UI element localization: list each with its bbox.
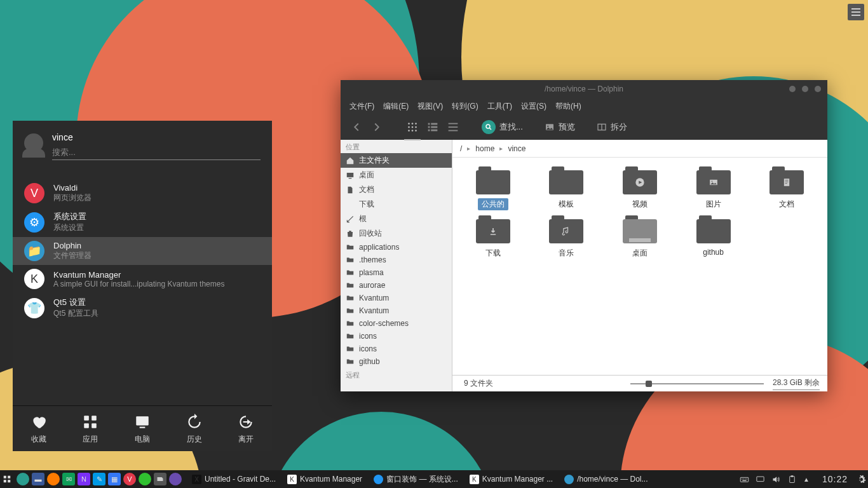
places-item[interactable]: .themes: [341, 254, 452, 266]
menu-bar: 文件(F)编辑(E)视图(V)转到(G)工具(T)设置(S)帮助(H): [341, 98, 827, 114]
places-item[interactable]: 文档: [341, 182, 452, 197]
tab-leave[interactable]: 离开: [223, 414, 269, 445]
compact-view-button[interactable]: [426, 120, 440, 134]
user-avatar-icon[interactable]: [24, 133, 43, 152]
places-item[interactable]: 回收站: [341, 226, 452, 241]
app-item[interactable]: 👕 Qt5 设置Qt5 配置工具: [13, 293, 272, 323]
folder-icon: [549, 166, 583, 194]
app-item[interactable]: 📁 Dolphin文件管理器: [13, 237, 272, 265]
task-item[interactable]: KKvantum Manager ...: [465, 473, 558, 485]
task-item[interactable]: /home/vince — Dol...: [559, 473, 653, 485]
menu-item[interactable]: 文件(F): [349, 101, 374, 112]
svg-rect-20: [431, 130, 437, 132]
zoom-slider[interactable]: [502, 383, 764, 384]
clock[interactable]: 10:22: [816, 474, 854, 484]
breadcrumb-item[interactable]: home: [475, 144, 494, 153]
menu-item[interactable]: 帮助(H): [555, 101, 581, 112]
launcher-icon[interactable]: [47, 473, 60, 485]
forward-button[interactable]: [370, 120, 384, 134]
desktop-menu-icon[interactable]: [848, 4, 864, 20]
file-item[interactable]: 公共的: [458, 166, 529, 210]
svg-rect-4: [136, 416, 149, 425]
app-item[interactable]: ⚙ 系统设置系统设置: [13, 207, 272, 237]
svg-rect-29: [349, 178, 352, 179]
task-item[interactable]: 窗口装饰 — 系统设...: [369, 473, 463, 486]
places-item[interactable]: 下载: [341, 197, 452, 212]
app-item[interactable]: V Vivaldi网页浏览器: [13, 179, 272, 207]
file-item[interactable]: 音乐: [531, 215, 602, 259]
places-item[interactable]: 主文件夹: [341, 153, 452, 168]
file-item[interactable]: 模板: [531, 166, 602, 210]
task-item[interactable]: KKvantum Manager: [282, 473, 367, 485]
tab-history[interactable]: 历史: [172, 414, 217, 445]
tray-expand-icon[interactable]: ▲: [803, 476, 810, 483]
svg-point-12: [408, 130, 410, 132]
file-item[interactable]: 视频: [604, 166, 675, 210]
menu-item[interactable]: 工具(T): [487, 101, 512, 112]
window-titlebar[interactable]: /home/vince — Dolphin: [341, 80, 827, 98]
places-item[interactable]: aurorae: [341, 279, 452, 292]
file-item[interactable]: github: [678, 215, 749, 259]
menu-item[interactable]: 视图(V): [417, 101, 443, 112]
launcher-icon[interactable]: [17, 473, 29, 485]
launcher-icon[interactable]: [154, 473, 166, 485]
svg-rect-5: [140, 427, 146, 428]
places-item[interactable]: color-schemes: [341, 317, 452, 330]
launcher-icon[interactable]: ✉: [62, 473, 75, 485]
launcher-icon[interactable]: ▬: [32, 473, 44, 485]
launcher-icon[interactable]: V: [123, 473, 136, 485]
file-item[interactable]: 桌面: [604, 215, 675, 259]
split-button[interactable]: 拆分: [597, 121, 627, 133]
back-button[interactable]: [349, 120, 363, 134]
launcher-icon[interactable]: N: [78, 473, 90, 485]
app-item[interactable]: K Kvantum ManagerA simple GUI for instal…: [13, 265, 272, 293]
places-item[interactable]: Kvantum: [341, 292, 452, 304]
preview-button[interactable]: 预览: [545, 121, 575, 133]
places-item[interactable]: applications: [341, 241, 452, 254]
launcher-icon[interactable]: [169, 473, 182, 485]
close-button[interactable]: [815, 86, 821, 92]
menu-item[interactable]: 转到(G): [452, 101, 478, 112]
svg-rect-42: [747, 478, 747, 479]
folder-icon: [346, 268, 355, 277]
tab-applications[interactable]: 应用: [67, 414, 113, 445]
menu-item[interactable]: 设置(S): [521, 101, 546, 112]
display-icon[interactable]: [756, 475, 765, 484]
task-item[interactable]: XUntitled - Gravit De...: [187, 473, 281, 485]
search-button[interactable]: 查找...: [482, 120, 523, 134]
maximize-button[interactable]: [802, 86, 808, 92]
keyboard-icon[interactable]: [740, 475, 749, 484]
breadcrumb-item[interactable]: vince: [508, 144, 526, 153]
svg-point-13: [412, 130, 414, 132]
places-item[interactable]: 桌面: [341, 168, 452, 182]
places-item[interactable]: icons: [341, 342, 452, 355]
launcher-icon[interactable]: ▦: [108, 473, 121, 485]
start-button[interactable]: [0, 475, 14, 484]
file-item[interactable]: 下载: [458, 215, 529, 259]
clipboard-icon[interactable]: [787, 475, 797, 484]
file-item[interactable]: 文档: [751, 166, 822, 210]
places-item[interactable]: plasma: [341, 266, 452, 279]
places-item[interactable]: github: [341, 355, 452, 368]
launcher-icon[interactable]: ✎: [93, 473, 105, 485]
task-label: Untitled - Gravit De...: [205, 475, 276, 484]
tab-favorites[interactable]: 收藏: [16, 414, 62, 445]
volume-icon[interactable]: [771, 475, 781, 484]
file-item[interactable]: 图片: [678, 166, 749, 210]
settings-icon[interactable]: [854, 475, 868, 484]
breadcrumb-item[interactable]: /: [460, 144, 462, 153]
places-label: 回收站: [359, 228, 382, 239]
icons-view-button[interactable]: [405, 120, 419, 134]
file-label: 视频: [628, 198, 651, 210]
svg-rect-39: [742, 478, 742, 479]
places-item[interactable]: icons: [341, 330, 452, 342]
search-input[interactable]: [52, 145, 261, 160]
tab-computer[interactable]: 电脑: [119, 414, 165, 445]
places-item[interactable]: Kvantum: [341, 304, 452, 317]
places-item[interactable]: 根: [341, 212, 452, 226]
menu-item[interactable]: 编辑(E): [383, 101, 409, 112]
minimize-button[interactable]: [789, 86, 796, 92]
launcher-icon[interactable]: [139, 473, 151, 485]
svg-rect-2: [85, 423, 90, 428]
details-view-button[interactable]: [446, 120, 460, 134]
